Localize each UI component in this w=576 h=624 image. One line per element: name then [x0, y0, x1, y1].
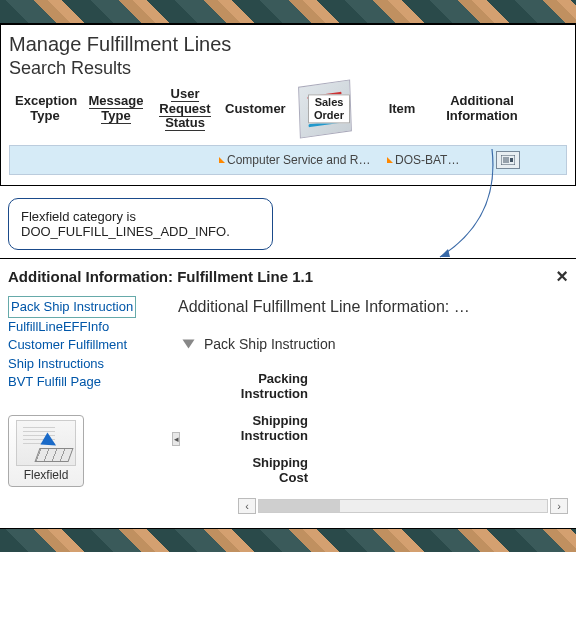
label-shipping-instruction: ShippingInstruction [198, 414, 308, 444]
sales-order-label: SalesOrder [308, 94, 350, 123]
link-pack-ship[interactable]: Pack Ship Instruction [8, 296, 136, 318]
cell-customer: Computer Service and R… [219, 153, 379, 167]
scroll-right-button[interactable]: › [550, 498, 568, 514]
decorative-footer-strip [0, 528, 576, 552]
label-shipping-cost: ShippingCost [198, 456, 308, 486]
collapse-left-button[interactable]: ◂ [172, 432, 180, 446]
flexfield-icon-wrap: Flexfield [8, 415, 84, 487]
link-fulfill-eff[interactable]: FulfillLineEFFInfo [8, 318, 158, 336]
col-customer[interactable]: Customer [219, 102, 291, 117]
col-additional-info[interactable]: AdditionalInformation [437, 94, 527, 124]
details-icon [501, 155, 515, 165]
expand-icon [183, 340, 195, 349]
page-title: Manage Fulfillment Lines [9, 33, 567, 56]
callout-box: Flexfield category is DOO_FULFILL_LINES_… [8, 198, 273, 250]
section-title: Pack Ship Instruction [204, 336, 336, 352]
table-row[interactable]: Computer Service and R… DOS-BAT… [9, 145, 567, 175]
close-button[interactable]: × [556, 265, 568, 288]
callout-line2: DOO_FULFILL_LINES_ADD_INFO. [21, 224, 260, 239]
link-bvt-fulfill[interactable]: BVT Fulfill Page [8, 373, 158, 391]
label-packing-instruction: PackingInstruction [198, 372, 308, 402]
flexfield-icon [16, 420, 76, 466]
indicator-icon [219, 157, 225, 163]
link-ship-instructions[interactable]: Ship Instructions [8, 355, 158, 373]
horizontal-scrollbar[interactable]: ‹ › [178, 498, 568, 514]
context-link-list: Pack Ship Instruction FulfillLineEFFInfo… [8, 296, 158, 391]
svg-rect-4 [510, 158, 513, 162]
detail-heading: Additional Information: Fulfillment Line… [8, 268, 313, 285]
callout-line1: Flexfield category is [21, 209, 260, 224]
scroll-left-button[interactable]: ‹ [238, 498, 256, 514]
col-item[interactable]: Item [367, 102, 437, 117]
cell-item-text: DOS-BAT… [395, 153, 459, 167]
link-customer-fulfillment[interactable]: Customer Fulfillment [8, 336, 158, 354]
col-sales-order[interactable]: SalesOrder [291, 83, 367, 135]
detail-subheading: Additional Fulfillment Line Information:… [178, 298, 568, 316]
cell-item: DOS-BAT… [387, 153, 467, 167]
svg-marker-5 [440, 249, 450, 257]
flexfield-label: Flexfield [13, 468, 79, 482]
scroll-track[interactable] [258, 499, 548, 513]
decorative-header-strip [0, 0, 576, 24]
section-header[interactable]: Pack Ship Instruction [178, 336, 568, 352]
col-exception-type[interactable]: ExceptionType [9, 94, 81, 124]
cell-customer-text: Computer Service and R… [227, 153, 370, 167]
field-labels: PackingInstruction ShippingInstruction S… [198, 372, 568, 486]
column-headers: ExceptionType MessageType UserRequestSta… [9, 83, 567, 135]
scroll-thumb[interactable] [259, 500, 340, 512]
search-results-panel: Manage Fulfillment Lines Search Results … [0, 24, 576, 186]
detail-panel: Additional Information: Fulfillment Line… [0, 258, 576, 520]
col-user-request-status[interactable]: UserRequestStatus [151, 87, 219, 132]
page-subtitle: Search Results [9, 58, 567, 79]
indicator-icon [387, 157, 393, 163]
col-message-type[interactable]: MessageType [81, 94, 151, 124]
additional-info-button[interactable] [496, 151, 520, 169]
detail-heading-row: Additional Information: Fulfillment Line… [8, 265, 568, 288]
